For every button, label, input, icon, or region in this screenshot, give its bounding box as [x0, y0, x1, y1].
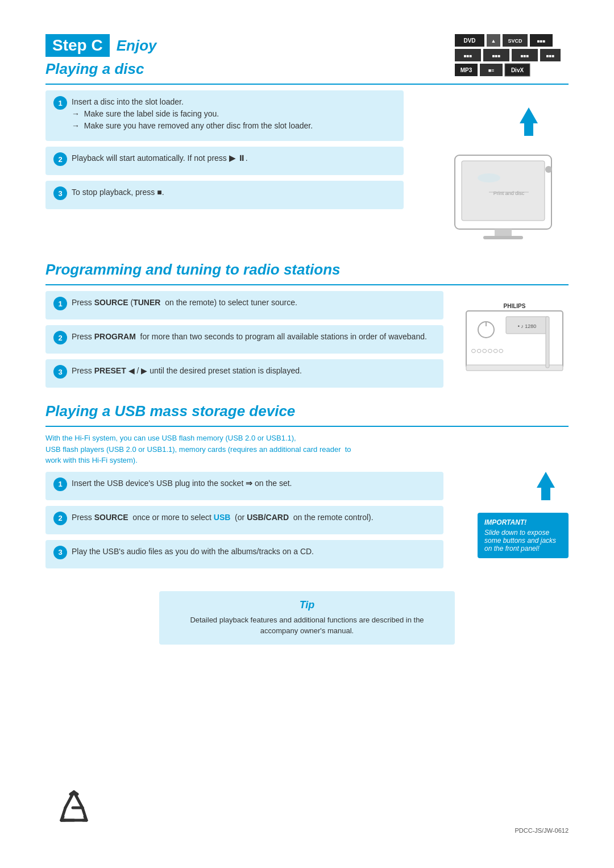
- radio-step-num-3: 3: [53, 365, 67, 379]
- product-code: PDCC-JS/JW-0612: [515, 827, 569, 834]
- svg-text:■■■: ■■■: [537, 39, 546, 44]
- usb-step-1: 1 Insert the USB device's USB plug into …: [53, 477, 435, 491]
- disc-layout: 1 Insert a disc into the slot loader. → …: [45, 90, 569, 252]
- step-label: Step C: [45, 34, 110, 57]
- radio-step-num-1: 1: [53, 297, 67, 310]
- disc-step-2: 2 Playback will start automatically. If …: [53, 152, 396, 166]
- disc-step-3: 3 To stop playback, press ■.: [53, 186, 396, 200]
- page: DVD ▲ SVCD ■■■ ■■■ ■■■ ■■■ ■■■ MP3 ■≡ Di…: [0, 0, 614, 868]
- disc-right-images: Print and disc: [415, 90, 569, 252]
- usb-step-1-block: 1 Insert the USB device's USB plug into …: [45, 472, 443, 500]
- usb-divider: [45, 426, 569, 427]
- usb-arrow-down: [534, 472, 557, 502]
- radio-step-3: 3 Press PRESET ◀ / ▶ until the desired p…: [53, 365, 435, 379]
- disc-left: 1 Insert a disc into the slot loader. → …: [45, 90, 404, 252]
- svg-text:■■■: ■■■: [521, 53, 529, 59]
- stereo-sketch: PHILIPS • ♪ 1280 ○○○○○○: [460, 297, 569, 388]
- disc-step-2-block: 2 Playback will start automatically. If …: [45, 147, 404, 175]
- important-box: IMPORTANT! Slide down to expose some but…: [478, 513, 569, 558]
- disc-section: Playing a disc 1 Insert a disc into the …: [45, 60, 569, 252]
- tip-title: Tip: [171, 599, 443, 611]
- disc-divider: [45, 84, 569, 85]
- tip-section: Tip Detailed playback features and addit…: [159, 591, 455, 645]
- disc-step-num-2: 2: [53, 152, 67, 166]
- arrow-down-svg: [517, 107, 540, 136]
- radio-step-2-block: 2 Press PROGRAM for more than two second…: [45, 325, 443, 354]
- usb-step-3-content: Play the USB's audio files as you do wit…: [72, 546, 435, 558]
- svg-text:• ♪ 1280: • ♪ 1280: [518, 323, 537, 329]
- disc-step-1-line2: → Make sure the label side is facing you…: [72, 108, 396, 120]
- usb-arrow-svg: [534, 472, 557, 500]
- usb-step-2: 2 Press SOURCE once or more to select US…: [53, 512, 435, 525]
- disc-step-3-block: 3 To stop playback, press ■.: [45, 181, 404, 209]
- radio-divider: [45, 284, 569, 285]
- usb-step-2-block: 2 Press SOURCE once or more to select US…: [45, 506, 443, 534]
- usb-step-1-content: Insert the USB device's USB plug into th…: [72, 477, 435, 489]
- radio-title: Programming and tuning to radio stations: [45, 261, 569, 279]
- radio-step-2: 2 Press PROGRAM for more than two second…: [53, 331, 435, 344]
- disc-step-2-content: Playback will start automatically. If no…: [72, 152, 396, 164]
- usb-step-3: 3 Play the USB's audio files as you do w…: [53, 546, 435, 559]
- usb-step-3-block: 3 Play the USB's audio files as you do w…: [45, 540, 443, 568]
- usb-right-col: IMPORTANT! Slide down to expose some but…: [455, 472, 569, 574]
- usb-steps-col: 1 Insert the USB device's USB plug into …: [45, 472, 443, 574]
- svg-point-30: [545, 166, 552, 173]
- svg-rect-27: [483, 236, 523, 239]
- svg-text:■■■: ■■■: [546, 53, 555, 59]
- radio-left: 1 Press SOURCE (TUNER on the remote) to …: [45, 291, 443, 393]
- disc-arrow: [517, 107, 540, 138]
- usb-step-num-2: 2: [53, 512, 67, 525]
- radio-step-3-content: Press PRESET ◀ / ▶ until the desired pre…: [72, 365, 435, 377]
- radio-step-1-content: Press SOURCE (TUNER on the remote) to se…: [72, 297, 435, 309]
- usb-step-num-1: 1: [53, 477, 67, 491]
- usb-lower-layout: 1 Insert the USB device's USB plug into …: [45, 472, 569, 574]
- svg-marker-22: [520, 107, 538, 136]
- disc-title: Playing a disc: [45, 60, 569, 78]
- important-title: IMPORTANT!: [484, 518, 562, 526]
- radio-step-1: 1 Press SOURCE (TUNER on the remote) to …: [53, 297, 435, 310]
- radio-section: Programming and tuning to radio stations…: [45, 261, 569, 393]
- usb-intro: With the Hi-Fi system, you can use USB f…: [45, 433, 569, 466]
- radio-right: PHILIPS • ♪ 1280 ○○○○○○: [455, 291, 569, 393]
- disc-step-1-content: Insert a disc into the slot loader. → Ma…: [72, 96, 396, 132]
- disc-step-num-1: 1: [53, 96, 67, 110]
- radio-step-1-block: 1 Press SOURCE (TUNER on the remote) to …: [45, 291, 443, 319]
- radio-step-num-2: 2: [53, 331, 67, 344]
- usb-section: Playing a USB mass storage device With t…: [45, 402, 569, 574]
- tip-text: Detailed playback features and additiona…: [171, 614, 443, 637]
- svg-rect-39: [546, 317, 549, 368]
- recycle-icon: [45, 786, 102, 832]
- svg-point-25: [478, 173, 500, 182]
- disc-step-1-block: 1 Insert a disc into the slot loader. → …: [45, 90, 404, 141]
- disc-step-1-line1: Insert a disc into the slot loader.: [72, 96, 396, 108]
- svg-rect-26: [495, 229, 512, 236]
- svg-text:SVCD: SVCD: [508, 38, 522, 44]
- radio-step-3-block: 3 Press PRESET ◀ / ▶ until the desired p…: [45, 359, 443, 388]
- radio-step-2-content: Press PROGRAM for more than two seconds …: [72, 331, 435, 343]
- svg-text:■■■: ■■■: [464, 53, 472, 59]
- radio-layout: 1 Press SOURCE (TUNER on the remote) to …: [45, 291, 569, 393]
- svg-text:■■■: ■■■: [492, 53, 501, 59]
- step-enjoy: Enjoy: [117, 37, 157, 55]
- svg-text:Print and disc: Print and disc: [493, 190, 525, 196]
- usb-step-2-content: Press SOURCE once or more to select USB …: [72, 512, 435, 524]
- svg-text:▲: ▲: [491, 38, 496, 44]
- disc-step-1: 1 Insert a disc into the slot loader. → …: [53, 96, 396, 132]
- svg-marker-40: [537, 472, 555, 500]
- tv-sketch: Print and disc: [443, 149, 569, 252]
- svg-text:○○○○○○: ○○○○○○: [471, 346, 504, 355]
- disc-step-3-content: To stop playback, press ■.: [72, 186, 396, 198]
- disc-step-num-3: 3: [53, 186, 67, 200]
- recycle-section: [45, 786, 102, 834]
- important-text: Slide down to expose some buttons and ja…: [484, 529, 562, 553]
- svg-text:DVD: DVD: [463, 38, 475, 44]
- disc-step-1-line3: → Make sure you have removed any other d…: [72, 120, 396, 132]
- svg-text:PHILIPS: PHILIPS: [504, 303, 526, 309]
- usb-step-num-3: 3: [53, 546, 67, 559]
- usb-title: Playing a USB mass storage device: [45, 402, 569, 420]
